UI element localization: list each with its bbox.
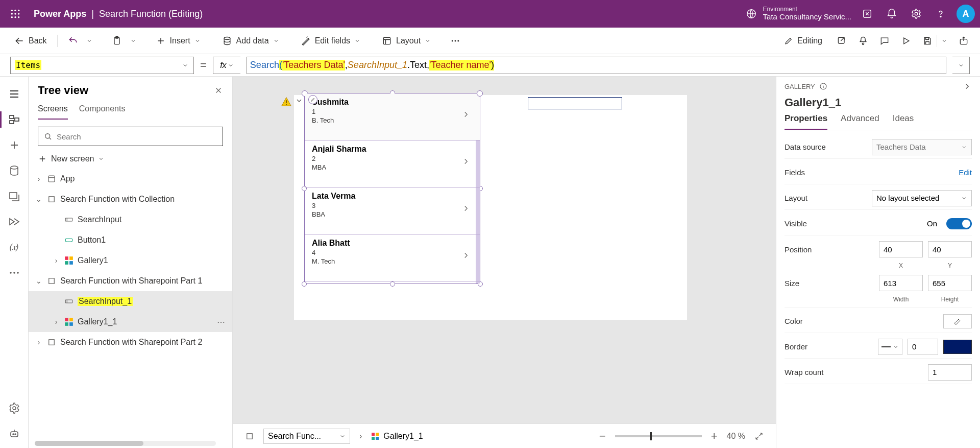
prop-height-input[interactable]: 655 [928, 275, 972, 291]
tree-node-screen-sp1[interactable]: ⌄ Search Function with Sharepoint Part 1 [29, 271, 232, 291]
editing-mode-button[interactable]: Editing [781, 34, 825, 48]
insert-rail-icon[interactable] [8, 139, 20, 151]
user-avatar[interactable]: A [957, 5, 975, 23]
tree-node-screen-collection[interactable]: ⌄ Search Function with Collection [29, 189, 232, 209]
layout-button[interactable]: Layout [379, 34, 434, 48]
help-icon[interactable] [935, 8, 946, 19]
close-panel-icon[interactable] [214, 86, 223, 95]
add-data-button[interactable]: Add data [219, 34, 282, 48]
svg-rect-51 [286, 100, 287, 103]
tab-components[interactable]: Components [79, 104, 126, 120]
zoom-slider[interactable] [615, 435, 702, 437]
insert-button[interactable]: Insert [153, 34, 204, 48]
prop-fields-edit-link[interactable]: Edit [959, 168, 972, 177]
gallery-item[interactable]: Alia Bhatt4M. Tech [305, 234, 480, 281]
prop-color-picker[interactable] [943, 314, 972, 328]
prop-position-x-input[interactable]: 40 [879, 241, 923, 257]
formula-input[interactable]: Search('Teachers Data', SearchInput_1.Te… [247, 57, 946, 74]
chevron-down-icon [893, 344, 899, 350]
media-rail-icon[interactable] [8, 190, 20, 202]
gallery-item[interactable]: Anjali Sharma2MBA [305, 140, 480, 187]
tab-advanced[interactable]: Advanced [841, 113, 879, 130]
paste-button[interactable] [109, 34, 125, 48]
svg-point-5 [18, 13, 19, 14]
chevron-right-icon[interactable] [461, 157, 471, 166]
copilot-icon[interactable] [862, 8, 873, 19]
property-selector[interactable]: Items [10, 57, 194, 74]
environment-picker[interactable]: Environment Tata Consultancy Servic... [746, 6, 851, 21]
settings-rail-icon[interactable] [8, 402, 20, 414]
variables-rail-icon[interactable]: (𝑥) [8, 241, 20, 253]
tab-properties[interactable]: Properties [785, 113, 827, 130]
breadcrumb-gallery[interactable]: Gallery1_1 [371, 432, 423, 441]
fit-to-screen-icon[interactable] [754, 432, 764, 441]
prop-border-width-input[interactable]: 0 [908, 339, 938, 355]
settings-icon[interactable] [911, 8, 922, 19]
prop-visible-toggle[interactable] [946, 218, 972, 229]
edit-template-icon[interactable] [308, 95, 317, 104]
share-icon[interactable] [837, 36, 847, 46]
breadcrumb-screen-select[interactable]: Search Func... [263, 429, 350, 444]
tree-node-label: Gallery1 [78, 256, 108, 265]
selection-chevron-icon[interactable] [295, 97, 303, 105]
info-icon[interactable] [819, 82, 827, 90]
tab-ideas[interactable]: Ideas [893, 113, 914, 130]
chevron-right-icon[interactable] [461, 204, 471, 213]
publish-icon[interactable] [959, 36, 969, 46]
comments-icon[interactable] [879, 36, 890, 46]
notifications-icon[interactable] [886, 8, 897, 19]
save-menu-chevron[interactable] [941, 38, 947, 44]
new-screen-button[interactable]: New screen [29, 151, 232, 169]
zoom-out-button[interactable]: − [599, 430, 606, 443]
prop-border-style-select[interactable] [878, 339, 902, 355]
chevron-right-icon[interactable] [461, 251, 471, 260]
gallery-item[interactable]: Lata Verma3BBA [305, 187, 480, 234]
prop-layout-select[interactable]: No layout selected [872, 190, 972, 206]
data-rail-icon[interactable] [8, 164, 20, 177]
gallery-selection[interactable]: Sushmita1B. TechAnjali Sharma2MBALata Ve… [304, 93, 480, 284]
edit-fields-button[interactable]: Edit fields [298, 34, 363, 48]
tree-node-searchinput1[interactable]: SearchInput_1 [29, 291, 232, 312]
power-automate-rail-icon[interactable] [8, 216, 20, 228]
virtual-agent-rail-icon[interactable] [8, 428, 20, 440]
formula-expand-button[interactable] [952, 57, 970, 74]
chevron-right-icon[interactable] [963, 82, 972, 91]
paste-menu-chevron[interactable] [129, 36, 137, 46]
warning-icon[interactable] [281, 96, 292, 107]
app-launcher-icon[interactable] [5, 4, 26, 24]
fx-button[interactable]: fx [213, 57, 240, 74]
tree-node-button1[interactable]: Button1 [29, 230, 232, 250]
tree-node-gallery1-1[interactable]: › Gallery1_1 ⋯ [29, 312, 232, 332]
plus-icon [156, 36, 166, 46]
design-canvas[interactable]: Sushmita1B. TechAnjali Sharma2MBALata Ve… [233, 77, 776, 423]
tree-view-icon[interactable] [8, 113, 20, 126]
hamburger-icon[interactable] [8, 88, 20, 100]
undo-button[interactable] [65, 34, 81, 48]
prop-position-y-input[interactable]: 40 [928, 241, 972, 257]
more-commands-button[interactable] [447, 34, 463, 48]
more-rail-icon[interactable] [8, 267, 20, 279]
tree-node-gallery1[interactable]: › Gallery1 [29, 250, 232, 271]
prop-wrap-input[interactable]: 1 [928, 364, 972, 381]
tree-horizontal-scrollbar[interactable] [35, 441, 216, 446]
prop-color-label: Color [785, 317, 938, 325]
app-checker-icon[interactable] [858, 36, 868, 46]
gallery-item[interactable]: Sushmita1B. Tech [305, 93, 480, 140]
tree-node-searchinput[interactable]: SearchInput [29, 209, 232, 230]
prop-border-color-swatch[interactable] [943, 340, 972, 354]
save-icon[interactable] [922, 36, 933, 46]
tree-node-app[interactable]: › App [29, 169, 232, 189]
undo-menu-chevron[interactable] [85, 36, 93, 46]
back-button[interactable]: Back [11, 34, 50, 48]
chevron-right-icon[interactable] [461, 110, 471, 119]
search-input-control[interactable] [528, 97, 622, 109]
prop-datasource-select[interactable]: Teachers Data [872, 139, 972, 155]
zoom-in-button[interactable]: + [711, 430, 718, 443]
tree-search-input[interactable] [57, 132, 217, 141]
tree-node-screen-sp2[interactable]: › Search Function with Sharepoint Part 2 [29, 332, 232, 352]
tree-search[interactable] [38, 127, 223, 146]
preview-icon[interactable] [901, 36, 911, 46]
prop-width-input[interactable]: 613 [879, 275, 923, 291]
tab-screens[interactable]: Screens [38, 104, 68, 120]
node-more-icon[interactable]: ⋯ [217, 317, 225, 327]
